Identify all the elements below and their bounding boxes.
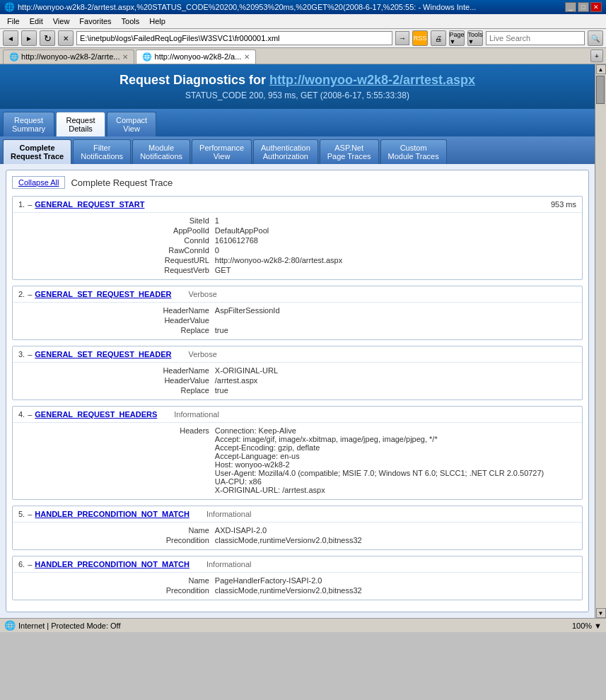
- trace-data-key: RequestVerb: [130, 266, 215, 274]
- trace-entry-6-toggle[interactable]: –: [28, 560, 32, 568]
- trace-entry-2-toggle[interactable]: –: [28, 290, 32, 298]
- browser-tab-1[interactable]: 🌐 http://wonyoo-w2k8-2/arrte... ✕: [3, 49, 134, 64]
- tab-request-summary[interactable]: Request Summary: [3, 112, 54, 136]
- main-area: Request Diagnostics for http://wonyoo-w2…: [0, 64, 606, 618]
- subtab-custom-module-traces[interactable]: Custom Module Traces: [380, 139, 447, 164]
- subtab-complete-request-trace[interactable]: Complete Request Trace: [3, 139, 71, 164]
- subtab-filter-notifications[interactable]: Filter Notifications: [73, 139, 131, 164]
- trace-entry-1-toggle[interactable]: –: [28, 200, 32, 209]
- trace-entry-4-toggle[interactable]: –: [28, 410, 32, 419]
- internet-zone-icon: 🌐: [4, 620, 16, 631]
- trace-entry-1-num: 1.: [18, 200, 25, 209]
- trace-data-val: 0: [215, 246, 576, 255]
- browser-tab-1-label: 🌐 http://wonyoo-w2k8-2/arrte...: [9, 52, 120, 62]
- trace-entry-4: 4. – GENERAL_REQUEST_HEADERS Information…: [12, 406, 583, 500]
- trace-data-val: AXD-ISAPI-2.0: [215, 526, 576, 535]
- trace-data-key: RawConnId: [130, 246, 215, 255]
- trace-entry-1-link[interactable]: GENERAL_REQUEST_START: [35, 200, 144, 209]
- trace-entry-2-verbose: Verbose: [188, 290, 216, 298]
- trace-entry-6-title: 6. – HANDLER_PRECONDITION_NOT_MATCH Info…: [18, 560, 252, 568]
- new-tab-button[interactable]: +: [590, 49, 603, 62]
- subtab-authentication-authorization[interactable]: Authentication Authorization: [253, 139, 318, 164]
- tools-button[interactable]: Tools ▼: [467, 30, 483, 46]
- trace-entry-6-num: 6.: [18, 560, 25, 568]
- go-button[interactable]: →: [395, 31, 409, 45]
- trace-data-row: RawConnId 0: [130, 245, 576, 255]
- stop-button[interactable]: ✕: [58, 30, 74, 46]
- subtab-asp-net-page-traces[interactable]: ASP.Net Page Traces: [320, 139, 379, 164]
- trace-entry-4-link[interactable]: GENERAL_REQUEST_HEADERS: [35, 410, 157, 419]
- browser-window: 🌐 http://wonyoo-w2k8-2/arrtest.aspx,%20S…: [0, 0, 606, 632]
- print-button[interactable]: 🖨: [431, 30, 446, 46]
- browser-tabs: 🌐 http://wonyoo-w2k8-2/arrte... ✕ 🌐 http…: [0, 48, 606, 64]
- trace-entry-3-data: HeaderName X-ORIGINAL-URL HeaderValue /a…: [130, 366, 576, 395]
- trace-data-row: RequestURL http://wonyoo-w2k8-2:80/arrte…: [130, 255, 576, 265]
- menu-view[interactable]: View: [49, 16, 74, 27]
- trace-entry-6-data: Name PageHandlerFactory-ISAPI-2.0 Precon…: [130, 576, 576, 595]
- trace-data-key: HeaderValue: [130, 316, 215, 325]
- browser-icon: 🌐: [4, 2, 15, 12]
- scrollbar-up-button[interactable]: ▲: [596, 64, 606, 74]
- tab-request-details[interactable]: Request Details: [56, 112, 105, 136]
- trace-entry-3-toggle[interactable]: –: [28, 350, 32, 358]
- page-title: Request Diagnostics for http://wonyoo-w2…: [6, 73, 589, 88]
- trace-entry-4-body: Headers Connection: Keep-Alive Accept: i…: [13, 422, 582, 499]
- menu-help[interactable]: Help: [145, 16, 170, 27]
- trace-entry-5-header: 5. – HANDLER_PRECONDITION_NOT_MATCH Info…: [13, 506, 582, 522]
- browser-tab-2[interactable]: 🌐 http://wonyoo-w2k8-2/a... ✕: [136, 49, 256, 64]
- address-input[interactable]: [76, 31, 392, 45]
- refresh-button[interactable]: ↻: [40, 30, 55, 46]
- search-button[interactable]: 🔍: [588, 30, 603, 46]
- trace-entry-1: 1. – GENERAL_REQUEST_START 953 ms SiteId…: [12, 196, 583, 280]
- trace-data-key: Name: [130, 526, 215, 535]
- scrollbar-down-button[interactable]: ▼: [596, 608, 606, 618]
- minimize-button[interactable]: _: [565, 2, 576, 12]
- menu-edit[interactable]: Edit: [25, 16, 47, 27]
- menu-favorites[interactable]: Favorites: [75, 16, 115, 27]
- trace-entry-5-link[interactable]: HANDLER_PRECONDITION_NOT_MATCH: [35, 510, 190, 518]
- trace-entry-5-toggle[interactable]: –: [28, 510, 32, 518]
- close-button[interactable]: ✕: [590, 2, 602, 12]
- menu-bar: File Edit View Favorites Tools Help: [0, 14, 606, 29]
- trace-entry-6-link[interactable]: HANDLER_PRECONDITION_NOT_MATCH: [35, 560, 190, 568]
- page-header: Request Diagnostics for http://wonyoo-w2…: [0, 64, 595, 109]
- trace-header: Collapse All Complete Request Trace: [12, 176, 583, 189]
- trace-entry-3-body: HeaderName X-ORIGINAL-URL HeaderValue /a…: [13, 362, 582, 399]
- trace-entry-2-body: HeaderName AspFilterSessionId HeaderValu…: [13, 302, 582, 339]
- trace-entry-2-title: 2. – GENERAL_SET_REQUEST_HEADER Verbose: [18, 290, 217, 298]
- subtab-module-notifications[interactable]: Module Notifications: [132, 139, 190, 164]
- scrollbar-thumb[interactable]: [596, 76, 605, 104]
- status-bar-left: 🌐 Internet | Protected Mode: Off: [4, 620, 121, 631]
- trace-data-val: [215, 316, 576, 325]
- page-title-link[interactable]: http://wonyoo-w2k8-2/arrtest.aspx: [269, 73, 475, 87]
- trace-data-val: true: [215, 326, 576, 334]
- trace-entry-6: 6. – HANDLER_PRECONDITION_NOT_MATCH Info…: [12, 556, 583, 600]
- subtab-performance-view[interactable]: Performance View: [192, 139, 252, 164]
- tab-compact-view[interactable]: Compact View: [107, 112, 156, 136]
- search-input[interactable]: [486, 31, 585, 45]
- rss-button[interactable]: RSS: [412, 30, 428, 46]
- trace-entry-2-link[interactable]: GENERAL_SET_REQUEST_HEADER: [35, 290, 171, 298]
- page-button[interactable]: Page ▼: [449, 30, 465, 46]
- back-button[interactable]: ◄: [3, 30, 18, 46]
- collapse-all-button[interactable]: Collapse All: [12, 176, 65, 189]
- trace-data-key: Precondition: [130, 536, 215, 544]
- maximize-button[interactable]: □: [578, 2, 589, 12]
- sub-nav-tabs: Complete Request Trace Filter Notificati…: [0, 136, 595, 164]
- trace-entry-4-header: 4. – GENERAL_REQUEST_HEADERS Information…: [13, 407, 582, 422]
- trace-entry-3-link[interactable]: GENERAL_SET_REQUEST_HEADER: [35, 350, 171, 358]
- vertical-scrollbar[interactable]: ▲ ▼: [595, 64, 606, 618]
- menu-tools[interactable]: Tools: [117, 16, 144, 27]
- browser-tab-2-close[interactable]: ✕: [244, 53, 250, 61]
- trace-data-val: DefaultAppPool: [215, 226, 576, 235]
- trace-entry-5-title: 5. – HANDLER_PRECONDITION_NOT_MATCH Info…: [18, 510, 252, 518]
- trace-data-val: classicMode,runtimeVersionv2.0,bitness32: [215, 586, 576, 595]
- forward-button[interactable]: ►: [21, 30, 37, 46]
- menu-file[interactable]: File: [3, 16, 24, 27]
- browser-tab-1-close[interactable]: ✕: [122, 53, 128, 61]
- trace-container: Collapse All Complete Request Trace 1. –…: [6, 170, 589, 612]
- zoom-control[interactable]: 100% ▼: [572, 622, 602, 630]
- status-bar: 🌐 Internet | Protected Mode: Off 100% ▼: [0, 618, 606, 632]
- zoom-label[interactable]: 100% ▼: [572, 622, 602, 630]
- scrollbar-track-area[interactable]: [596, 74, 606, 608]
